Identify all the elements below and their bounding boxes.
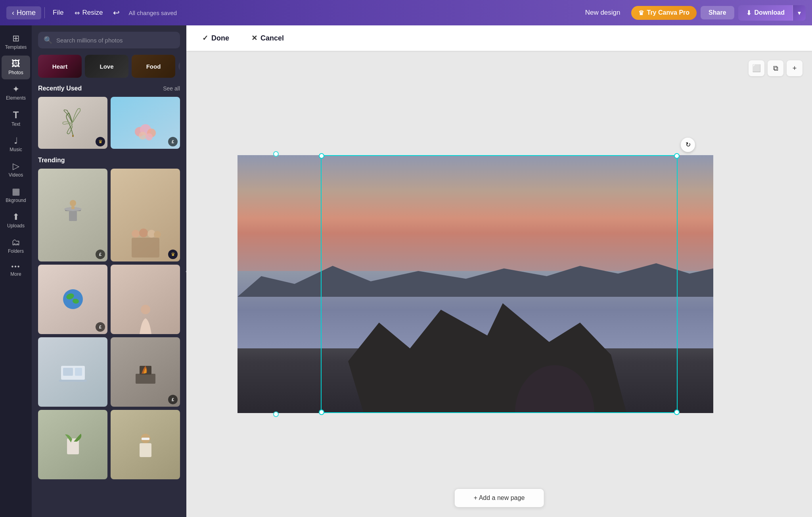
recently-used-grid: ♛ £: [38, 97, 180, 149]
category-chip-food[interactable]: Food: [132, 55, 175, 78]
outer-handle-top-left[interactable]: [273, 151, 279, 157]
svg-point-13: [154, 231, 161, 238]
kitchen-image: [38, 337, 107, 407]
woman-svg: [136, 302, 155, 334]
category-chip-heart[interactable]: Heart: [38, 55, 82, 78]
add-element-button[interactable]: +: [787, 60, 802, 76]
rotate-icon: ↻: [686, 141, 691, 148]
home-label: Home: [17, 9, 36, 17]
duplicate-button[interactable]: ⧉: [768, 60, 783, 76]
hide-panel-button[interactable]: ‹: [181, 262, 186, 281]
recently-used-title: Recently Used: [38, 85, 82, 92]
plants-svg: [57, 431, 89, 458]
bottom-left-image: [38, 410, 107, 479]
sidebar-item-uploads[interactable]: ⬆ Uploads: [2, 209, 30, 233]
templates-label: Templates: [5, 44, 27, 50]
see-all-button[interactable]: See all: [163, 85, 180, 92]
category-arrow-button[interactable]: ›: [178, 61, 180, 72]
try-canva-pro-label: Try Canva Pro: [647, 9, 689, 16]
food-chip-label: Food: [146, 63, 161, 70]
elements-label: Elements: [6, 95, 26, 101]
svg-rect-28: [142, 438, 149, 440]
trending-photo-1[interactable]: £: [38, 169, 107, 261]
duplicate-icon: ⧉: [773, 64, 778, 73]
download-dropdown-button[interactable]: ▾: [793, 5, 806, 21]
heart-chip-label: Heart: [52, 63, 67, 70]
trending-photo-8[interactable]: [111, 410, 180, 479]
photos-panel-inner: 🔍 Heart Love Food: [32, 25, 186, 517]
svg-rect-14: [132, 238, 159, 258]
divider: [44, 7, 45, 18]
trending-photo-4[interactable]: [111, 265, 180, 334]
add-frame-button[interactable]: ⬜: [749, 60, 764, 76]
fireplace-svg: [132, 358, 159, 386]
resize-button[interactable]: ⇔ Resize: [70, 6, 107, 19]
sidebar-item-more[interactable]: ••• More: [2, 259, 30, 281]
search-icon: 🔍: [44, 36, 52, 44]
file-button[interactable]: File: [48, 6, 68, 19]
folders-label: Folders: [8, 248, 24, 254]
music-icon: ♩: [14, 136, 18, 145]
sidebar-item-bkground[interactable]: ▦ Bkground: [2, 183, 30, 207]
love-chip-label: Love: [100, 63, 113, 70]
cancel-label: Cancel: [260, 34, 284, 42]
new-design-button[interactable]: New design: [578, 6, 628, 20]
search-bar[interactable]: 🔍: [38, 32, 180, 48]
file-label: File: [53, 9, 63, 16]
cancel-button[interactable]: ✕ Cancel: [245, 31, 290, 46]
text-icon: T: [13, 110, 19, 120]
trending-photo-5[interactable]: [38, 337, 107, 407]
check-icon: ✓: [202, 34, 208, 42]
category-chip-love[interactable]: Love: [85, 55, 128, 78]
sidebar-item-folders[interactable]: 🗂 Folders: [2, 234, 30, 258]
sidebar-item-templates[interactable]: ⊞ Templates: [2, 30, 30, 54]
home-button[interactable]: ‹ Home: [6, 6, 41, 19]
trending-photo-7[interactable]: [38, 410, 107, 479]
category-chips-row: Heart Love Food ›: [38, 55, 180, 78]
trending-photo-6[interactable]: £: [111, 337, 180, 407]
canvas-area: ✓ Done ✕ Cancel ⬜ ⧉ +: [186, 25, 812, 517]
rotate-handle[interactable]: ↻: [681, 138, 695, 152]
earth-svg: [59, 285, 87, 313]
chevron-left-icon: ‹: [12, 9, 14, 17]
share-button[interactable]: Share: [701, 6, 734, 19]
sidebar-item-text[interactable]: T Text: [2, 106, 30, 131]
recently-used-photo-1[interactable]: ♛: [38, 97, 107, 149]
add-page-button[interactable]: + Add a new page: [454, 488, 544, 507]
crown-icon: ♛: [638, 9, 644, 17]
templates-icon: ⊞: [12, 34, 19, 43]
svg-rect-21: [75, 368, 82, 376]
search-input[interactable]: [56, 37, 174, 44]
sidebar-item-elements[interactable]: ✦ Elements: [2, 81, 30, 105]
photos-icon: 🖼: [11, 60, 20, 68]
more-label: More: [10, 271, 21, 277]
outer-handle-bottom-left[interactable]: [273, 411, 279, 417]
topbar: ‹ Home File ⇔ Resize ↩ All changes saved…: [0, 0, 812, 25]
download-main-button[interactable]: ⬇ Download: [738, 5, 793, 21]
svg-point-8: [70, 200, 76, 206]
trending-header: Trending: [38, 157, 180, 164]
trending-photo-2[interactable]: ♛: [111, 169, 180, 261]
svg-point-15: [63, 289, 83, 309]
done-button[interactable]: ✓ Done: [196, 31, 236, 46]
svg-rect-27: [140, 443, 151, 457]
sidebar-item-photos[interactable]: 🖼 Photos: [2, 56, 30, 79]
pound-badge-trending-3: £: [96, 322, 105, 332]
trending-grid: £ ♛: [38, 169, 180, 479]
sidebar-item-videos[interactable]: ▷ Videos: [2, 158, 30, 182]
svg-rect-9: [71, 206, 75, 209]
share-label: Share: [709, 9, 726, 16]
recently-used-header: Recently Used See all: [38, 85, 180, 92]
recently-used-photo-2[interactable]: £: [111, 97, 180, 149]
topbar-left: ‹ Home File ⇔ Resize ↩ All changes saved: [6, 6, 177, 20]
try-canva-pro-button[interactable]: ♛ Try Canva Pro: [631, 6, 697, 20]
sidebar-item-music[interactable]: ♩ Music: [2, 133, 30, 156]
kitchen-svg: [57, 358, 89, 386]
image-frame-container: ↻: [321, 155, 678, 413]
new-design-label: New design: [585, 9, 620, 16]
done-cancel-bar: ✓ Done ✕ Cancel: [186, 25, 812, 51]
pound-badge-trending-6: £: [168, 395, 178, 404]
undo-button[interactable]: ↩: [109, 6, 124, 20]
download-icon: ⬇: [746, 9, 751, 17]
trending-photo-3[interactable]: £: [38, 265, 107, 334]
